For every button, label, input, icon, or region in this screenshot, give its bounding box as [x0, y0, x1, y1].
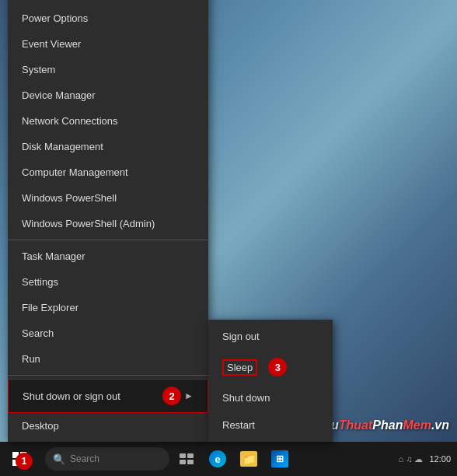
edge-browser-icon[interactable]: e	[204, 445, 232, 473]
store-icon[interactable]: ⊞	[266, 445, 294, 473]
menu-item-run[interactable]: Run	[8, 346, 208, 372]
menu-item-search[interactable]: Search	[8, 320, 208, 346]
submenu-shutdown: Sign out Sleep 3 Shut down Restart	[208, 320, 333, 442]
menu-item-system[interactable]: System	[8, 57, 208, 82]
file-explorer-icon[interactable]: 📁	[235, 445, 263, 473]
submenu-signout[interactable]: Sign out	[208, 323, 333, 350]
taskbar-search[interactable]: 🔍 Search	[45, 447, 169, 471]
menu-item-desktop[interactable]: Desktop	[8, 413, 208, 439]
separator-2	[8, 375, 208, 376]
context-menu: Apps and Features Power Options Event Vi…	[8, 0, 208, 442]
submenu-restart[interactable]: Restart	[208, 411, 333, 439]
taskbar-search-label: Search	[70, 453, 99, 464]
annotation-badge-3: 3	[268, 358, 287, 376]
menu-item-explorer[interactable]: File Explorer	[8, 295, 208, 320]
annotation-badge-2: 2	[162, 387, 181, 405]
submenu-arrow-icon: ►	[184, 390, 194, 401]
menu-item-shutdown[interactable]: Shut down or sign out 2 ►	[8, 379, 208, 413]
task-view-button[interactable]	[173, 445, 201, 473]
menu-item-network[interactable]: Network Connections	[8, 108, 208, 134]
clock: 12:00	[429, 454, 451, 464]
sleep-highlighted-box: Sleep	[222, 359, 257, 376]
menu-item-computer[interactable]: Computer Management	[8, 159, 208, 185]
menu-item-powershell[interactable]: Windows PowerShell	[8, 185, 208, 211]
svg-rect-1	[187, 453, 194, 458]
taskbar: 1 🔍 Search e 📁	[0, 442, 457, 476]
menu-item-apps[interactable]: Apps and Features	[8, 0, 208, 5]
svg-rect-2	[180, 460, 186, 464]
search-icon: 🔍	[53, 453, 65, 465]
task-view-icon	[180, 453, 194, 464]
menu-item-disk[interactable]: Disk Management	[8, 134, 208, 159]
menu-item-powershell-admin[interactable]: Windows PowerShell (Admin)	[8, 211, 208, 236]
menu-item-power[interactable]: Power Options	[8, 5, 208, 31]
watermark: ThuThuatPhanMem.vn	[316, 418, 449, 432]
taskbar-right: ⌂ ♫ ☁ 12:00	[398, 454, 457, 464]
menu-item-event[interactable]: Event Viewer	[8, 31, 208, 57]
taskbar-icons: 🔍 Search e 📁 ⊞	[39, 445, 294, 473]
separator-1	[8, 240, 208, 240]
menu-item-settings[interactable]: Settings	[8, 269, 208, 295]
submenu-sleep[interactable]: Sleep 3	[208, 350, 333, 384]
svg-rect-3	[187, 460, 194, 464]
system-tray: ⌂ ♫ ☁	[398, 454, 423, 464]
svg-rect-0	[180, 453, 186, 458]
submenu-shutdown-item[interactable]: Shut down	[208, 384, 333, 411]
menu-item-device[interactable]: Device Manager	[8, 82, 208, 108]
menu-item-taskmanager[interactable]: Task Manager	[8, 243, 208, 269]
annotation-badge-1: 1	[16, 453, 33, 470]
